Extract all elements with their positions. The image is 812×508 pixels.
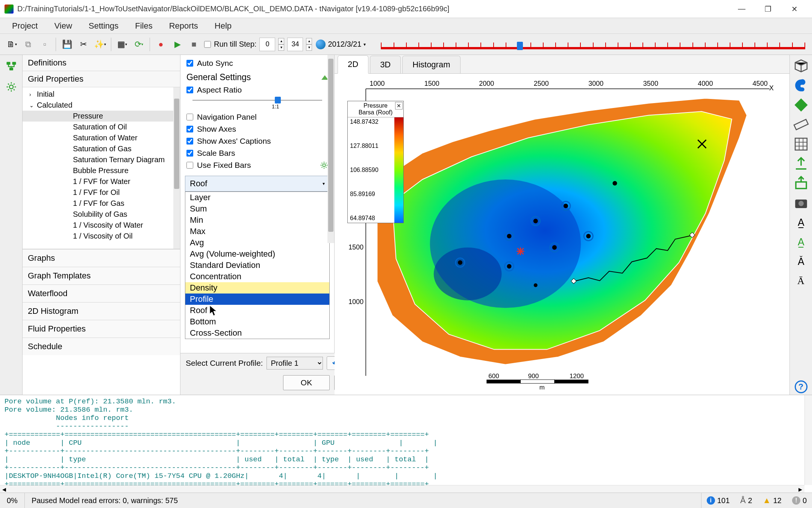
- well-badge[interactable]: Å2: [735, 496, 757, 505]
- palette-icon[interactable]: [793, 78, 809, 93]
- tree-item[interactable]: Solubility of Gas: [23, 209, 180, 220]
- show-axes-checkbox[interactable]: [186, 126, 193, 132]
- combo-option[interactable]: Roof: [185, 305, 329, 316]
- step-to-input[interactable]: [287, 38, 303, 51]
- cut-button[interactable]: ✂: [76, 37, 91, 52]
- aspect-ratio-row[interactable]: Aspect Ratio: [185, 84, 330, 96]
- combo-option[interactable]: Cross-Section: [185, 327, 329, 339]
- date-picker[interactable]: 2012/3/21 ▾: [316, 40, 373, 49]
- scale-bars-row[interactable]: Scale Bars: [185, 147, 330, 159]
- definitions-header[interactable]: Definitions: [23, 55, 180, 71]
- copy-button[interactable]: ⧉: [20, 37, 36, 52]
- nav-panel-checkbox[interactable]: [186, 114, 193, 120]
- auto-sync-row[interactable]: Auto Sync: [185, 57, 330, 69]
- a-tool-3-icon[interactable]: Ǎ: [793, 254, 809, 269]
- step-from-input[interactable]: [259, 38, 275, 51]
- tree-item[interactable]: 1 / FVF for Water: [23, 176, 180, 187]
- legend-close-icon[interactable]: ✕: [395, 102, 403, 110]
- section-2d-histogram[interactable]: 2D Histogram: [23, 302, 180, 320]
- combo-option[interactable]: Bottom: [185, 316, 329, 327]
- maximize-button[interactable]: ❐: [755, 0, 781, 18]
- diamond-icon[interactable]: [793, 97, 809, 113]
- tab-3d[interactable]: 3D: [370, 56, 401, 73]
- tree-calculated[interactable]: ⌄Calculated: [23, 100, 180, 111]
- aspect-ratio-checkbox[interactable]: [186, 87, 193, 93]
- tree-icon[interactable]: [3, 59, 19, 75]
- menu-project[interactable]: Project: [4, 19, 46, 33]
- menu-files[interactable]: Files: [127, 19, 161, 33]
- settings-scrollbar[interactable]: [327, 55, 334, 243]
- record-button[interactable]: ●: [153, 37, 169, 52]
- show-captions-row[interactable]: Show Axes' Captions: [185, 135, 330, 147]
- plot-2d[interactable]: 1000 1500 2000 2500 3000 3500 4000 4500 …: [338, 78, 786, 391]
- tree-item[interactable]: 1 / Viscosity of Water: [23, 220, 180, 231]
- aspect-ratio-slider[interactable]: 1:1: [185, 96, 330, 111]
- grid-properties-header[interactable]: Grid Properties: [23, 71, 180, 87]
- step-from-spinner[interactable]: ▴▾: [278, 38, 284, 51]
- cube-view-icon[interactable]: [793, 58, 809, 74]
- new-file-button[interactable]: 🗎▾: [4, 37, 20, 52]
- section-graphs[interactable]: Graphs: [23, 249, 180, 267]
- section-schedule[interactable]: Schedule: [23, 338, 180, 355]
- export-icon[interactable]: [793, 175, 809, 191]
- tree-item[interactable]: 1 / Viscosity of Oil: [23, 231, 180, 242]
- section-waterflood[interactable]: Waterflood: [23, 284, 180, 302]
- save-button[interactable]: 💾: [59, 37, 75, 52]
- gear-icon[interactable]: [320, 161, 328, 169]
- cube-button[interactable]: ▦▾: [114, 37, 130, 52]
- section-fluid-properties[interactable]: Fluid Properties: [23, 320, 180, 338]
- play-button[interactable]: ▶: [170, 37, 185, 52]
- color-legend[interactable]: Pressure Barsa (Roof) ✕ 148.87432 127.88…: [347, 101, 404, 223]
- timeline-slider[interactable]: [381, 38, 805, 51]
- gear-icon[interactable]: [3, 79, 19, 95]
- roof-combo[interactable]: Roof▾: [185, 176, 330, 192]
- run-till-checkbox[interactable]: [204, 41, 211, 48]
- combo-option-density[interactable]: Density: [185, 282, 329, 294]
- tree-item[interactable]: Saturation of Water: [23, 132, 180, 143]
- tree-item[interactable]: 1 / FVF for Gas: [23, 198, 180, 209]
- a-tool-2-icon[interactable]: A̲: [793, 234, 809, 250]
- combo-option[interactable]: Sum: [185, 203, 329, 214]
- combo-option[interactable]: Max: [185, 226, 329, 237]
- fixed-bars-row[interactable]: Use Fixed Bars: [185, 159, 330, 171]
- tree-item[interactable]: Saturation of Gas: [23, 143, 180, 154]
- combo-option[interactable]: Avg: [185, 237, 329, 248]
- section-graph-templates[interactable]: Graph Templates: [23, 267, 180, 284]
- help-icon[interactable]: ?: [793, 379, 809, 395]
- tree-item[interactable]: Saturation Ternary Diagram: [23, 154, 180, 165]
- stop-button[interactable]: ■: [186, 37, 202, 52]
- tree-item[interactable]: 1 / FVF for Oil: [23, 187, 180, 198]
- combo-option[interactable]: Avg (Volume-weighted): [185, 248, 329, 260]
- combo-option[interactable]: Standard Deviation: [185, 260, 329, 271]
- warn-badge[interactable]: ▲12: [757, 496, 787, 505]
- fixed-bars-checkbox[interactable]: [186, 162, 193, 169]
- minimize-button[interactable]: —: [729, 0, 755, 18]
- scale-bars-checkbox[interactable]: [186, 150, 193, 157]
- combo-option[interactable]: Concentration: [185, 271, 329, 282]
- error-badge[interactable]: !0: [787, 496, 812, 505]
- a-tool-1-icon[interactable]: A̲: [793, 214, 809, 230]
- a-tool-4-icon[interactable]: Ā: [793, 273, 809, 289]
- show-axes-row[interactable]: Show Axes: [185, 123, 330, 135]
- tree-item[interactable]: Saturation of Oil: [23, 122, 180, 132]
- ruler-icon[interactable]: [793, 117, 809, 132]
- step-to-spinner[interactable]: ▴▾: [306, 38, 312, 51]
- combo-option[interactable]: Min: [185, 214, 329, 226]
- nav-panel-row[interactable]: Navigation Panel: [185, 111, 330, 123]
- console-hscroll[interactable]: ◂▸: [0, 485, 804, 493]
- console-vscroll[interactable]: [804, 395, 812, 485]
- table-icon[interactable]: [793, 136, 809, 152]
- paste-button[interactable]: ▫: [37, 37, 53, 52]
- tree-item[interactable]: Bubble Pressure: [23, 165, 180, 176]
- show-captions-checkbox[interactable]: [186, 138, 193, 144]
- menu-view[interactable]: View: [46, 19, 80, 33]
- ok-button[interactable]: OK: [283, 375, 330, 390]
- wand-button[interactable]: ✨▾: [92, 37, 108, 52]
- refresh-button[interactable]: ⟳▾: [131, 37, 147, 52]
- tree-item-pressure[interactable]: Pressure: [23, 111, 180, 122]
- menu-reports[interactable]: Reports: [161, 19, 206, 33]
- auto-sync-checkbox[interactable]: [186, 60, 193, 67]
- tree-scrollbar[interactable]: [173, 87, 180, 249]
- tree-initial[interactable]: ›Initial: [23, 89, 180, 100]
- menu-settings[interactable]: Settings: [80, 19, 127, 33]
